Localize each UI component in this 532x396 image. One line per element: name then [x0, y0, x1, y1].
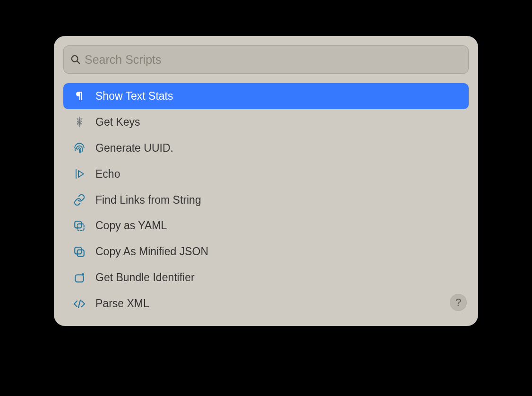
link-icon: [73, 193, 86, 207]
wheat-icon: [73, 115, 86, 129]
search-field-container[interactable]: [63, 45, 469, 74]
list-item[interactable]: Find Links from String: [63, 187, 469, 213]
list-item[interactable]: Parse XML: [63, 291, 469, 317]
copy-solid-icon: [73, 245, 86, 258]
svg-line-10: [78, 300, 80, 308]
script-list: Show Text Stats Get Keys: [63, 83, 469, 317]
list-item-label: Generate UUID.: [95, 142, 173, 155]
fingerprint-icon: [73, 141, 86, 155]
list-item-label: Parse XML: [95, 297, 149, 310]
list-item[interactable]: Copy As Minified JSON: [63, 239, 469, 265]
list-item[interactable]: Copy as YAML: [63, 213, 469, 239]
list-item-label: Get Keys: [95, 116, 140, 129]
list-item-label: Copy as YAML: [95, 219, 167, 232]
script-picker-panel: Show Text Stats Get Keys: [54, 36, 478, 326]
svg-marker-3: [78, 171, 84, 177]
list-item-label: Show Text Stats: [95, 90, 173, 103]
svg-rect-8: [75, 275, 83, 282]
search-input[interactable]: [85, 53, 462, 67]
svg-line-1: [77, 61, 79, 63]
help-button[interactable]: ?: [450, 294, 467, 311]
list-item[interactable]: Echo: [63, 161, 469, 187]
play-icon: [73, 167, 86, 181]
copy-dashed-icon: [73, 219, 86, 232]
list-item-label: Copy As Minified JSON: [95, 245, 208, 258]
box-dot-icon: [73, 271, 86, 284]
pilcrow-icon: [73, 89, 86, 103]
list-item[interactable]: Get Keys: [63, 109, 469, 135]
list-item[interactable]: Show Text Stats: [63, 83, 469, 109]
list-item[interactable]: Generate UUID.: [63, 135, 469, 161]
search-icon: [70, 54, 81, 65]
list-item-label: Echo: [95, 168, 120, 181]
list-item-label: Get Bundle Identifier: [95, 271, 195, 284]
list-item-label: Find Links from String: [95, 194, 201, 207]
code-icon: [73, 297, 86, 310]
help-button-label: ?: [455, 296, 461, 309]
list-item[interactable]: Get Bundle Identifier: [63, 265, 469, 291]
svg-point-9: [82, 273, 84, 275]
